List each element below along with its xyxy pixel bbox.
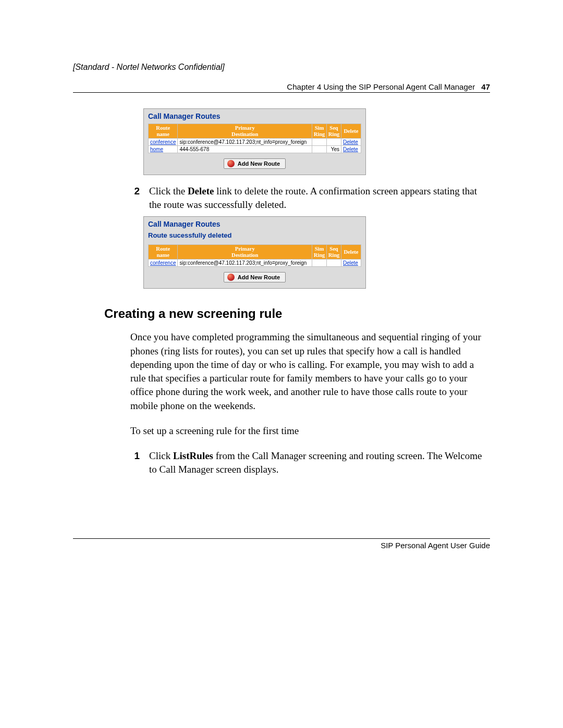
- table-row: conference sip:conference@47.102.117.203…: [149, 260, 361, 267]
- destination-cell: sip:conference@47.102.117.203;nt_info=pr…: [178, 139, 312, 146]
- add-icon: [227, 274, 235, 281]
- col-primary-destination: Primary Destination: [178, 245, 312, 260]
- add-new-route-label: Add New Route: [238, 274, 280, 280]
- destination-cell: 444-555-678: [178, 146, 312, 153]
- delete-bold: Delete: [188, 186, 214, 196]
- route-name-link[interactable]: conference: [150, 139, 176, 145]
- delete-link[interactable]: Delete: [343, 139, 358, 145]
- col-primary-destination: Primary Destination: [178, 124, 312, 139]
- body-paragraph: Once you have completed programming the …: [130, 330, 490, 412]
- col-sim-ring: Sim Ring: [312, 124, 327, 139]
- simring-cell: [312, 260, 327, 267]
- step-number: 1: [130, 449, 140, 476]
- col-delete: Delete: [341, 124, 361, 139]
- footer-text: SIP Personal Agent User Guide: [73, 541, 490, 550]
- header-rule: [73, 92, 490, 93]
- confidential-notice: [Standard - Nortel Networks Confidential…: [73, 63, 490, 72]
- routes-table: Route name Primary Destination Sim Ring: [148, 244, 361, 267]
- panel-title: Call Manager Routes: [148, 112, 361, 120]
- seqring-cell: [327, 139, 341, 146]
- destination-cell: sip:conference@47.102.117.203;nt_info=pr…: [178, 260, 312, 267]
- table-row: home 444-555-678 Yes Delete: [149, 146, 361, 153]
- delete-link[interactable]: Delete: [343, 260, 358, 266]
- call-manager-routes-panel: Call Manager Routes Route name Primary D…: [143, 108, 366, 175]
- simring-cell: [312, 146, 327, 153]
- section-heading: Creating a new screening rule: [104, 306, 490, 321]
- seqring-cell: Yes: [327, 146, 341, 153]
- col-delete: Delete: [341, 245, 361, 260]
- add-icon: [227, 160, 235, 167]
- panel-subtitle: Route sucessfully deleted: [148, 231, 361, 239]
- simring-cell: [312, 139, 327, 146]
- routes-table: Route name Primary Destination Sim Ring: [148, 124, 361, 153]
- add-new-route-button[interactable]: Add New Route: [224, 158, 286, 169]
- step-number: 2: [130, 184, 140, 211]
- chapter-title: Chapter 4 Using the SIP Personal Agent C…: [287, 82, 475, 91]
- col-route-name: Route name: [149, 245, 178, 260]
- page-header: Chapter 4 Using the SIP Personal Agent C…: [73, 82, 490, 91]
- listrules-bold: ListRules: [173, 450, 213, 461]
- step-text: Click the Delete link to delete the rout…: [149, 184, 490, 211]
- call-manager-routes-panel-deleted: Call Manager Routes Route sucessfully de…: [143, 216, 366, 289]
- col-route-name: Route name: [149, 124, 178, 139]
- col-sim-ring: Sim Ring: [312, 245, 327, 260]
- route-name-link[interactable]: conference: [150, 260, 176, 266]
- body-paragraph: To set up a screening rule for the first…: [130, 424, 490, 438]
- add-new-route-button[interactable]: Add New Route: [224, 272, 286, 282]
- page-number: 47: [481, 82, 490, 91]
- col-seq-ring: Seq Ring: [327, 124, 341, 139]
- col-seq-ring: Seq Ring: [327, 245, 341, 260]
- delete-link[interactable]: Delete: [343, 146, 358, 152]
- table-row: conference sip:conference@47.102.117.203…: [149, 139, 361, 146]
- step-text: Click ListRules from the Call Manager sc…: [149, 449, 490, 476]
- add-new-route-label: Add New Route: [238, 161, 280, 167]
- panel-title: Call Manager Routes: [148, 220, 361, 228]
- route-name-link[interactable]: home: [150, 146, 163, 152]
- footer-rule: [73, 538, 490, 539]
- seqring-cell: [327, 260, 341, 267]
